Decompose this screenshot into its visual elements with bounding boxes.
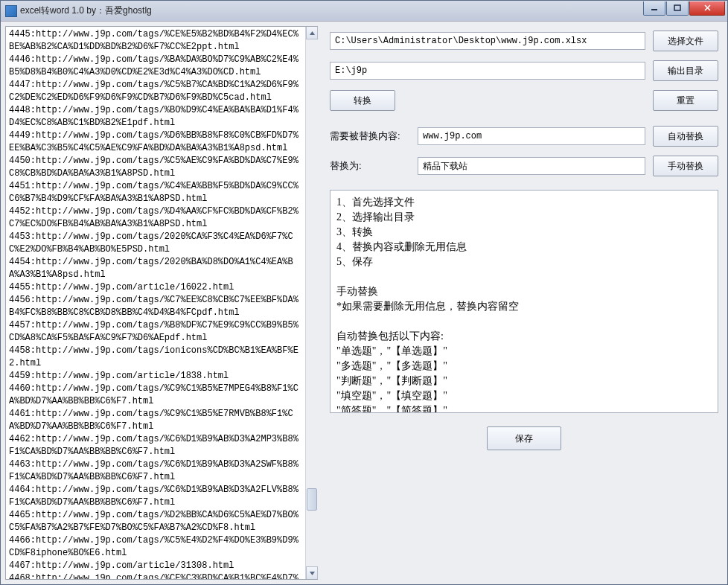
- svg-rect-0: [651, 9, 657, 10]
- svg-marker-5: [310, 572, 315, 575]
- save-button[interactable]: 保存: [487, 426, 561, 450]
- save-row: 保存: [330, 426, 718, 450]
- svg-marker-4: [310, 31, 315, 35]
- manual-replace-button[interactable]: 手动替换: [653, 156, 718, 176]
- convert-button[interactable]: 转换: [330, 90, 395, 111]
- minimize-button[interactable]: [643, 1, 665, 16]
- content-area: 4445:http://www.j9p.com/tags/%CE%E5%B2%B…: [1, 22, 727, 584]
- row-convert: 转换 重置: [330, 90, 718, 111]
- replace-from-input[interactable]: [418, 127, 645, 145]
- title-bar[interactable]: excel转word 1.0 by：吾爱ghostlg: [1, 1, 727, 22]
- help-textbox[interactable]: 1、首先选择文件 2、选择输出目录 3、转换 4、替换内容或删除无用信息 5、保…: [330, 190, 718, 413]
- choose-file-button[interactable]: 选择文件: [653, 31, 718, 51]
- replace-from-label: 需要被替换内容:: [330, 130, 410, 143]
- scrollbar-vertical[interactable]: [305, 27, 318, 579]
- app-window: excel转word 1.0 by：吾爱ghostlg 4445:http://…: [0, 0, 728, 585]
- scroll-thumb[interactable]: [307, 488, 317, 511]
- svg-rect-1: [674, 5, 680, 10]
- scroll-up-button[interactable]: [306, 27, 318, 39]
- maximize-button[interactable]: [666, 1, 689, 16]
- auto-replace-button[interactable]: 自动替换: [653, 126, 718, 147]
- replace-to-input[interactable]: [418, 157, 645, 175]
- url-list[interactable]: 4445:http://www.j9p.com/tags/%CE%E5%B2%B…: [6, 27, 305, 579]
- row-replace-to: 替换为: 手动替换: [330, 156, 718, 176]
- row-replace-from: 需要被替换内容: 自动替换: [330, 126, 718, 147]
- replace-to-label: 替换为:: [330, 159, 410, 173]
- close-button[interactable]: [689, 1, 725, 16]
- app-icon: [5, 5, 17, 17]
- source-file-input[interactable]: [330, 32, 645, 50]
- left-pane: 4445:http://www.j9p.com/tags/%CE%E5%B2%B…: [5, 26, 318, 580]
- row-source-file: 选择文件: [330, 31, 718, 51]
- window-controls: [642, 1, 725, 16]
- output-dir-button[interactable]: 输出目录: [653, 60, 718, 81]
- scroll-down-button[interactable]: [306, 566, 318, 579]
- row-output-dir: 输出目录: [330, 60, 718, 81]
- reset-button[interactable]: 重置: [653, 90, 718, 111]
- output-dir-input[interactable]: [330, 62, 645, 80]
- right-pane: 选择文件 输出目录 转换 重置 需要被替换内容: 自动替换 替换为: 手动替换 …: [322, 26, 723, 580]
- window-title: excel转word 1.0 by：吾爱ghostlg: [20, 4, 642, 17]
